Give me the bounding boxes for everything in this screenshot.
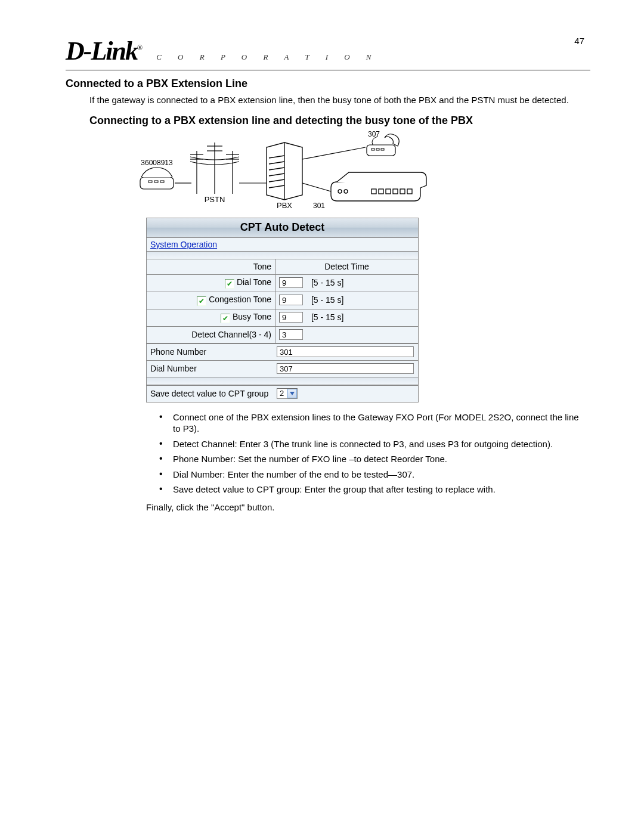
list-item: Connect one of the PBX extension lines t… bbox=[146, 410, 584, 436]
gateway-icon bbox=[331, 172, 426, 201]
diagram-svg: 36008913 PSTN bbox=[134, 131, 438, 214]
cpt-group-value: 2 bbox=[277, 389, 287, 398]
brand-subtitle: C O R P O R A T I O N bbox=[156, 52, 378, 62]
svg-rect-0 bbox=[140, 177, 174, 189]
dial-tone-input[interactable]: 9 bbox=[279, 277, 303, 288]
list-item: Phone Number: Set the number of FXO line… bbox=[146, 451, 584, 467]
pstn-icon bbox=[190, 143, 239, 194]
busy-tone-label: Busy Tone bbox=[233, 312, 271, 321]
topology-diagram: 36008913 PSTN bbox=[134, 131, 438, 214]
header-divider bbox=[66, 70, 590, 70]
brand-name: D-Link bbox=[66, 36, 137, 66]
diagram-outside-number: 36008913 bbox=[141, 159, 173, 167]
dial-tone-label: Dial Tone bbox=[237, 277, 271, 287]
brand-registered-icon: ® bbox=[137, 44, 141, 52]
dial-number-label: Dial Number bbox=[147, 360, 273, 377]
diagram-phone-ext: 307 bbox=[368, 131, 380, 138]
col-header-tone: Tone bbox=[147, 259, 275, 275]
congestion-tone-range: [5 - 15 s] bbox=[311, 295, 343, 305]
table-row: Busy Tone 9 [5 - 15 s] bbox=[147, 309, 418, 326]
congestion-tone-label: Congestion Tone bbox=[209, 295, 271, 304]
svg-rect-25 bbox=[393, 189, 398, 194]
dial-number-input[interactable]: 307 bbox=[277, 363, 414, 374]
congestion-tone-checkbox[interactable] bbox=[197, 296, 206, 306]
busy-tone-range: [5 - 15 s] bbox=[311, 312, 343, 322]
panel-title: CPT Auto Detect bbox=[147, 218, 418, 238]
table-row: Detect Channel(3 - 4) 3 bbox=[147, 326, 418, 343]
diagram-pstn-label: PSTN bbox=[205, 195, 225, 204]
svg-rect-24 bbox=[386, 189, 391, 194]
phone-number-label: Phone Number bbox=[147, 343, 273, 360]
subsection-heading: Connecting to a PBX extension line and d… bbox=[89, 114, 578, 127]
instruction-list: Connect one of the PBX extension lines t… bbox=[146, 410, 584, 497]
dial-tone-checkbox[interactable] bbox=[225, 279, 234, 289]
pbx-icon bbox=[267, 143, 302, 200]
document-page: 47 D-Link® C O R P O R A T I O N Connect… bbox=[0, 0, 644, 548]
table-header-row: Tone Detect Time bbox=[147, 259, 418, 275]
col-header-detect-time: Detect Time bbox=[275, 259, 419, 275]
intro-paragraph: If the gateway is connected to a PBX ext… bbox=[89, 95, 578, 106]
svg-line-34 bbox=[302, 183, 331, 191]
list-item: Detect Channel: Enter 3 (The trunk line … bbox=[146, 436, 584, 452]
panel-separator bbox=[147, 252, 418, 259]
busy-tone-checkbox[interactable] bbox=[221, 314, 230, 323]
system-operation-row: System Operation bbox=[147, 238, 418, 252]
brand-header: D-Link® C O R P O R A T I O N bbox=[66, 36, 590, 66]
dial-tone-range: [5 - 15 s] bbox=[311, 278, 343, 287]
section-heading: Connected to a PBX Extension Line bbox=[66, 78, 590, 90]
list-item: Dial Number: Enter the number of the end… bbox=[146, 467, 584, 482]
congestion-tone-input[interactable]: 9 bbox=[279, 295, 303, 305]
svg-rect-22 bbox=[371, 189, 376, 194]
cpt-auto-detect-panel: CPT Auto Detect System Operation Tone De… bbox=[146, 218, 419, 402]
svg-line-35 bbox=[302, 147, 366, 159]
page-number: 47 bbox=[574, 36, 584, 46]
phone-number-input[interactable]: 301 bbox=[277, 346, 414, 357]
diagram-gateway-port: 301 bbox=[313, 202, 325, 210]
svg-rect-27 bbox=[407, 189, 412, 194]
tones-table: Tone Detect Time Dial Tone 9 [5 - 15 s] … bbox=[147, 259, 418, 343]
table-row: Congestion Tone 9 [5 - 15 s] bbox=[147, 292, 418, 309]
brand-logo: D-Link® bbox=[66, 36, 141, 66]
diagram-pbx-label: PBX bbox=[277, 201, 292, 210]
kv-table: Phone Number 301 Dial Number 307 bbox=[147, 343, 418, 377]
svg-point-20 bbox=[338, 190, 342, 193]
detect-channel-label: Detect Channel(3 - 4) bbox=[147, 326, 275, 343]
cpt-group-select[interactable]: 2 bbox=[277, 388, 298, 399]
kv-table: Save detect value to CPT group 2 bbox=[147, 385, 418, 402]
busy-tone-input[interactable]: 9 bbox=[279, 312, 303, 323]
cpt-group-label: Save detect value to CPT group bbox=[147, 385, 273, 402]
system-operation-link[interactable]: System Operation bbox=[150, 240, 217, 249]
table-row: Phone Number 301 bbox=[147, 343, 418, 360]
svg-rect-26 bbox=[400, 189, 405, 194]
table-row: Save detect value to CPT group 2 bbox=[147, 385, 418, 402]
detect-channel-input[interactable]: 3 bbox=[279, 329, 303, 340]
panel-separator bbox=[147, 377, 418, 385]
table-row: Dial Number 307 bbox=[147, 360, 418, 377]
section-body: If the gateway is connected to a PBX ext… bbox=[89, 95, 578, 512]
final-instruction: Finally, click the "Accept" button. bbox=[146, 502, 578, 512]
svg-rect-23 bbox=[379, 189, 383, 194]
svg-point-21 bbox=[344, 190, 348, 193]
list-item: Save detect value to CPT group: Enter th… bbox=[146, 482, 584, 497]
table-row: Dial Tone 9 [5 - 15 s] bbox=[147, 274, 418, 292]
chevron-down-icon bbox=[287, 389, 297, 398]
phone-icon bbox=[140, 168, 174, 189]
